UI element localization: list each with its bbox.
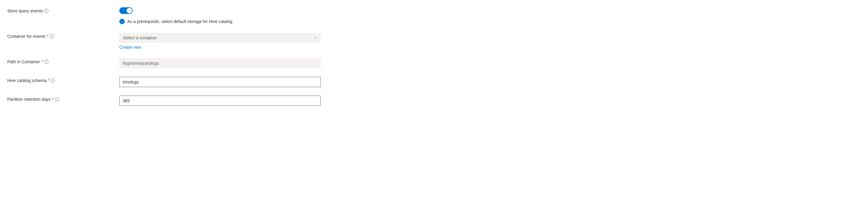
required-mark: * xyxy=(41,59,43,64)
row-partition-retention-days: Partition retention days * i xyxy=(7,96,325,106)
row-hive-catalog-schema: Hive catalog schema * i xyxy=(7,77,325,87)
info-icon[interactable]: i xyxy=(51,78,55,83)
required-mark: * xyxy=(52,97,53,102)
required-mark: * xyxy=(48,78,50,83)
label-path-in-container: Path in Container * i xyxy=(7,58,119,64)
info-badge-icon: i xyxy=(119,19,125,24)
label-text: Container for events xyxy=(7,34,45,39)
label-text: Hive catalog schema xyxy=(7,78,46,83)
row-store-query-events: Store query events i i As a prerequisite… xyxy=(7,7,325,24)
info-icon[interactable]: i xyxy=(55,97,59,101)
container-select[interactable]: Select a container xyxy=(119,33,321,43)
label-text: Partition retention days xyxy=(7,97,51,102)
required-mark: * xyxy=(46,34,48,39)
hive-catalog-schema-input[interactable] xyxy=(119,77,321,87)
info-icon[interactable]: i xyxy=(50,34,54,38)
toggle-knob xyxy=(127,8,132,13)
prerequisite-info-text: As a prerequisite, select default storag… xyxy=(127,19,234,24)
store-query-events-toggle[interactable] xyxy=(119,7,133,14)
partition-retention-days-input[interactable] xyxy=(119,96,321,106)
field-container-for-events: Select a container Create new xyxy=(119,33,321,50)
info-icon[interactable]: i xyxy=(44,60,49,64)
row-container-for-events: Container for events * i Select a contai… xyxy=(7,33,325,50)
path-in-container-input[interactable] xyxy=(119,58,321,68)
label-text: Store query events xyxy=(7,8,43,13)
chevron-down-icon xyxy=(313,35,317,40)
field-path-in-container xyxy=(119,58,321,68)
info-icon[interactable]: i xyxy=(44,9,49,13)
create-new-link[interactable]: Create new xyxy=(119,45,141,50)
label-hive-catalog-schema: Hive catalog schema * i xyxy=(7,77,119,83)
row-path-in-container: Path in Container * i xyxy=(7,58,325,68)
prerequisite-info: i As a prerequisite, select default stor… xyxy=(119,19,321,24)
label-store-query-events: Store query events i xyxy=(7,7,119,13)
field-hive-catalog-schema xyxy=(119,77,321,87)
field-partition-retention-days xyxy=(119,96,321,106)
label-text: Path in Container xyxy=(7,59,40,64)
container-select-placeholder: Select a container xyxy=(123,35,157,40)
field-store-query-events: i As a prerequisite, select default stor… xyxy=(119,7,321,24)
settings-form: Store query events i i As a prerequisite… xyxy=(7,7,325,106)
label-partition-retention-days: Partition retention days * i xyxy=(7,96,119,102)
label-container-for-events: Container for events * i xyxy=(7,33,119,39)
